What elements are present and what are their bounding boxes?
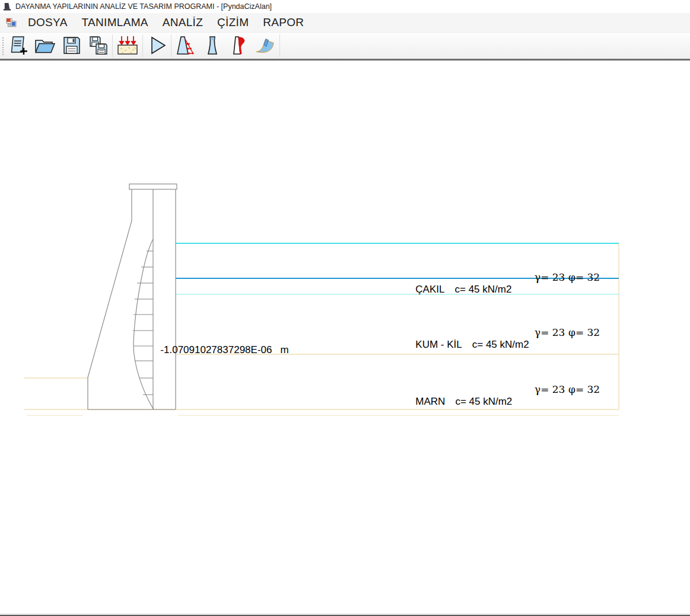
layer-cohesion: c= 45 kN/m2 <box>455 396 512 407</box>
menu-analiz[interactable]: ANALİZ <box>155 16 210 29</box>
menu-tanimlama[interactable]: TANIMLAMA <box>75 16 155 29</box>
layer-gamma-label: γ= 23 <box>535 326 565 339</box>
layer-name: KUM - KİL <box>415 339 462 350</box>
mdi-child-window-icon <box>6 17 17 28</box>
new-file-button[interactable] <box>5 33 31 59</box>
wall-outline <box>88 184 177 409</box>
layer-phi-label: φ= 32 <box>568 383 600 396</box>
window-title: DAYANMA YAPILARININ ANALİZ VE TASARIM PR… <box>15 2 272 11</box>
layer-label-marn: MARNc= 45 kN/m2 <box>399 382 512 395</box>
surcharge-load-icon <box>116 35 139 56</box>
slope-stability-button[interactable] <box>252 33 279 59</box>
toolbar-separator <box>112 34 113 57</box>
menu-rapor[interactable]: RAPOR <box>256 16 311 29</box>
layer-phi-label: φ= 32 <box>568 326 600 339</box>
layer-name: ÇAKIL <box>415 284 444 295</box>
toolbar <box>0 33 690 59</box>
menu-dosya[interactable]: DOSYA <box>21 16 75 29</box>
drawing-canvas[interactable]: -1.07091027837298E-06m ÇAKILc= 45 kN/m2 … <box>0 61 690 613</box>
layer-label-cakil: ÇAKILc= 45 kN/m2 <box>399 270 511 283</box>
save-file-button[interactable] <box>58 33 85 59</box>
title-bar: DAYANMA YAPILARININ ANALİZ VE TASARIM PR… <box>0 0 690 13</box>
slope-stability-icon <box>254 35 278 56</box>
soil-layer-lines <box>24 243 619 415</box>
layer-phi-label: φ= 32 <box>568 271 600 284</box>
layer-cohesion: c= 45 kN/m2 <box>472 339 529 350</box>
layer-label-kum-kil: KUM - KİLc= 45 kN/m2 <box>399 325 529 338</box>
app-icon <box>3 2 12 11</box>
open-file-button[interactable] <box>31 33 58 59</box>
wall-section-button[interactable] <box>199 33 225 59</box>
layer-cohesion: c= 45 kN/m2 <box>454 284 511 295</box>
earth-pressure-button[interactable] <box>172 33 199 59</box>
moment-diagram-icon <box>228 35 250 56</box>
wall-section-icon <box>202 35 223 56</box>
toolbar-separator <box>279 34 280 57</box>
layer-name: MARN <box>415 396 445 407</box>
deflection-label: -1.07091027837298E-06m <box>144 331 289 344</box>
run-analysis-icon <box>147 35 168 56</box>
deflection-hatching <box>133 251 153 395</box>
moment-diagram-button[interactable] <box>225 33 252 59</box>
menu-cizim[interactable]: ÇİZİM <box>210 16 256 29</box>
save-file-icon <box>61 35 82 56</box>
deflection-unit: m <box>280 344 288 355</box>
layer-gamma-label: γ= 23 <box>535 271 565 284</box>
earth-pressure-icon <box>175 35 196 56</box>
open-file-icon <box>34 35 56 56</box>
surcharge-load-button[interactable] <box>113 33 142 59</box>
run-analysis-button[interactable] <box>144 33 170 59</box>
new-file-icon <box>8 35 29 56</box>
application-window: DAYANMA YAPILARININ ANALİZ VE TASARIM PR… <box>0 0 690 616</box>
menu-bar: DOSYA TANIMLAMA ANALİZ ÇİZİM RAPOR <box>0 13 690 33</box>
deflection-value: -1.07091027837298E-06 <box>160 344 272 355</box>
save-as-icon <box>88 35 109 56</box>
save-as-button[interactable] <box>85 33 112 59</box>
layer-gamma-label: γ= 23 <box>535 383 565 396</box>
deflection-curve <box>133 239 154 409</box>
toolbar-separator <box>171 34 171 57</box>
toolbar-separator <box>142 34 143 57</box>
